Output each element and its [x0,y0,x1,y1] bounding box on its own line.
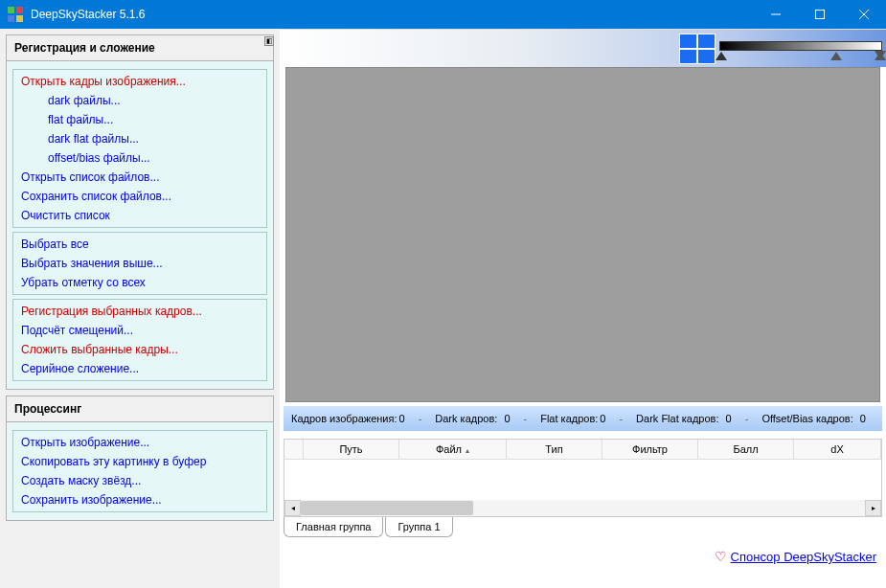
column-dx[interactable]: dX [794,440,881,459]
close-button[interactable] [842,0,886,29]
column-path[interactable]: Путь [304,440,399,459]
stack-selected-link[interactable]: Сложить выбранные кадры... [13,340,266,359]
window-title: DeepSkyStacker 5.1.6 [31,8,754,21]
open-file-list-link[interactable]: Открыть список файлов... [13,168,266,187]
maximize-button[interactable] [798,0,842,29]
titlebar: DeepSkyStacker 5.1.6 [0,0,886,29]
open-image-link[interactable]: Открыть изображение... [13,433,266,452]
select-above-link[interactable]: Выбрать значения выше... [13,254,266,273]
copy-to-clipboard-link[interactable]: Скопировать эту картинку в буфер [13,452,266,471]
scroll-handle-icon[interactable]: ◧ [264,36,274,46]
scrollbar-thumb[interactable] [301,501,473,515]
darkflat-frames-label: Dark Flat кадров: [636,413,718,424]
column-type[interactable]: Тип [507,440,602,459]
heart-icon: ♡ [715,549,727,564]
tab-group-1[interactable]: Группа 1 [385,517,452,537]
batch-stacking-link[interactable]: Серийное сложение... [13,359,266,378]
column-file[interactable]: Файл▴ [399,440,507,459]
flat-frames-label: Flat кадров: [540,413,598,424]
svg-rect-1 [16,7,23,13]
group-tabs: Главная группа Группа 1 [284,517,882,537]
separator: - [419,413,422,424]
separator: - [745,413,749,424]
dark-frames-value: 0 [504,413,510,424]
top-gradient-bar [280,29,886,67]
table-body[interactable] [284,460,881,500]
column-score[interactable]: Балл [698,440,794,459]
app-icon [8,7,23,22]
scroll-left-button[interactable]: ◂ [284,500,301,516]
flat-frames-value: 0 [600,413,605,424]
processing-panel: Процессинг Открыть изображение... Скопир… [6,396,274,521]
tab-main-group[interactable]: Главная группа [284,517,383,537]
register-selected-link[interactable]: Регистрация выбранных кадров... [13,302,266,321]
create-star-mask-link[interactable]: Создать маску звёзд... [13,471,266,490]
content-area: Кадров изображения:0 - Dark кадров: 0 - … [280,29,886,588]
open-flat-files-link[interactable]: flat файлы... [13,110,266,129]
svg-rect-3 [16,15,23,22]
sponsor-bar: ♡Спонсор DeepSkyStacker [280,537,886,568]
svg-rect-2 [8,15,14,22]
file-table: Путь Файл▴ Тип Фильтр Балл dX ◂ ▸ [284,439,882,517]
open-image-frames-link[interactable]: Открыть кадры изображения... [13,72,266,91]
processing-panel-header: Процессинг [7,396,273,422]
registration-panel: Регистрация и сложение Открыть кадры изо… [6,34,274,390]
image-frames-label: Кадров изображения: [291,413,398,424]
unselect-all-link[interactable]: Убрать отметку со всех [13,273,266,292]
open-dark-flat-files-link[interactable]: dark flat файлы... [13,129,266,148]
four-panel-icon[interactable] [679,34,716,64]
select-all-link[interactable]: Выбрать все [13,235,266,254]
sort-up-icon: ▴ [466,446,469,455]
stats-bar: Кадров изображения:0 - Dark кадров: 0 - … [284,406,882,431]
separator: - [524,413,528,424]
sponsor-link[interactable]: Спонсор DeepSkyStacker [731,550,876,564]
dark-frames-label: Dark кадров: [435,413,497,424]
scroll-right-button[interactable]: ▸ [865,500,881,516]
sidebar: ◧ Регистрация и сложение Открыть кадры и… [0,29,280,588]
save-image-link[interactable]: Сохранить изображение... [13,490,266,509]
svg-rect-0 [8,7,14,13]
open-dark-files-link[interactable]: dark файлы... [13,91,266,110]
image-frames-value: 0 [399,413,405,424]
offsetbias-frames-label: Offset/Bias кадров: [761,413,852,424]
compute-offsets-link[interactable]: Подсчёт смещений... [13,321,266,340]
horizontal-scrollbar[interactable]: ◂ ▸ [284,500,881,516]
gamma-slider[interactable] [719,37,882,60]
column-checkbox[interactable] [284,440,304,459]
darkflat-frames-value: 0 [726,413,732,424]
save-file-list-link[interactable]: Сохранить список файлов... [13,187,266,206]
svg-rect-5 [816,11,825,19]
clear-list-link[interactable]: Очистить список [13,206,266,225]
image-preview[interactable] [285,67,880,402]
minimize-button[interactable] [754,0,798,29]
offsetbias-frames-value: 0 [860,413,866,424]
column-filter[interactable]: Фильтр [602,440,698,459]
registration-panel-header: Регистрация и сложение [7,35,273,61]
open-offset-bias-files-link[interactable]: offset/bias файлы... [13,148,266,168]
separator: - [619,413,623,424]
